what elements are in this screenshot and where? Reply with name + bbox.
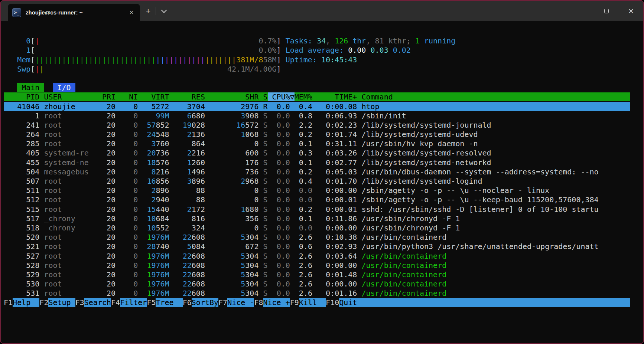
fkey-f2-label[interactable]: Setup bbox=[48, 298, 75, 307]
maximize-icon bbox=[604, 9, 609, 13]
tasks-summary: 34 bbox=[317, 36, 326, 45]
fkey-f3-label[interactable]: Search bbox=[84, 298, 111, 307]
mem-meter-text: 381M/8 bbox=[236, 55, 263, 64]
process-row-518[interactable]: 518 _chrony 20 0 10552 324 0 S 0.0 0.0 0… bbox=[4, 223, 643, 233]
window-controls: × bbox=[570, 1, 643, 21]
fkey-f8[interactable]: F8 bbox=[254, 298, 263, 307]
fkey-f6-label[interactable]: SortBy bbox=[192, 298, 218, 307]
column-header-ni[interactable]: NI bbox=[129, 92, 138, 101]
load-average-summary: Load average: bbox=[286, 46, 348, 55]
blank-line bbox=[4, 27, 643, 36]
tab-close-icon[interactable]: × bbox=[127, 9, 136, 17]
process-row-455[interactable]: 455 systemd-ne 20 0 18576 1260 176 S 0.0… bbox=[4, 158, 643, 167]
process-row-1[interactable]: 1 root 20 0 99M 6680 3908 S 0.0 0.8 0:06… bbox=[4, 111, 643, 121]
tasks-summary: , bbox=[326, 36, 335, 45]
fkey-f5[interactable]: F5 bbox=[147, 298, 156, 307]
terminal-tab[interactable]: >_ zhoujie@cs-runner: ~ × bbox=[8, 4, 140, 21]
mem-meter-text: 58M bbox=[263, 55, 276, 64]
blank-line bbox=[4, 74, 643, 83]
cpu0-meter-bars: | bbox=[35, 36, 39, 45]
process-row-507[interactable]: 507 root 20 0 16856 3896 2968 S 0.0 0.4 … bbox=[4, 177, 643, 186]
process-row-512[interactable]: 512 root 20 0 2940 88 0 S 0.0 0.0 0:00.0… bbox=[4, 195, 643, 204]
uptime-summary: Uptime: bbox=[286, 55, 321, 64]
fkey-f6[interactable]: F6 bbox=[183, 298, 192, 307]
fkey-f3[interactable]: F3 bbox=[75, 298, 84, 307]
tasks-summary: Tasks: bbox=[286, 36, 317, 45]
plus-icon: + bbox=[146, 6, 151, 16]
process-row-520[interactable]: 520 root 20 0 1976M 22608 5304 S 0.0 2.6… bbox=[4, 233, 643, 242]
column-header-state[interactable]: S bbox=[263, 92, 267, 101]
close-button[interactable]: × bbox=[619, 1, 643, 21]
column-header-user[interactable]: USER bbox=[44, 92, 62, 101]
table-header-row[interactable]: PID USER PRI NI VIRT RES SHR S CPU%▽MEM%… bbox=[4, 92, 643, 102]
tab-separator bbox=[156, 7, 156, 15]
column-header-shr[interactable]: SHR bbox=[245, 92, 258, 101]
process-row-515[interactable]: 515 root 20 0 15440 2172 1680 S 0.0 0.2 … bbox=[4, 205, 643, 214]
fkey-f1-label[interactable]: Help bbox=[13, 298, 39, 307]
process-row-241[interactable]: 241 root 20 0 57852 19028 16572 S 0.0 2.… bbox=[4, 121, 643, 130]
process-row-529[interactable]: 529 root 20 0 1976M 22608 5304 S 0.0 2.6… bbox=[4, 270, 643, 279]
mem-meter-bars: ||||||||||||||||||||||||||| bbox=[35, 55, 156, 64]
terminal-window: >_ zhoujie@cs-runner: ~ × + × bbox=[0, 0, 644, 344]
swap-meter-line: Swp[|| 42.1M/4.00G] bbox=[4, 65, 643, 74]
column-header-command[interactable]: Command bbox=[361, 92, 393, 101]
fkey-f4[interactable]: F4 bbox=[111, 298, 120, 307]
column-header-pri[interactable]: PRI bbox=[102, 92, 116, 101]
process-row-405[interactable]: 405 systemd-re 20 0 20736 2216 600 S 0.0… bbox=[4, 148, 643, 158]
fkey-f10-label[interactable]: Quit bbox=[339, 298, 366, 307]
fkey-f7[interactable]: F7 bbox=[218, 298, 227, 307]
fkey-f7-label[interactable]: Nice - bbox=[227, 298, 254, 307]
mem-meter-line: Mem[||||||||||||||||||||||||||||||||||||… bbox=[4, 55, 643, 65]
tasks-summary: 126 bbox=[335, 36, 348, 45]
close-icon: × bbox=[628, 7, 634, 15]
process-row-504[interactable]: 504 messagebus 20 0 8216 1496 736 S 0.0 … bbox=[4, 167, 643, 177]
process-row-527[interactable]: 527 root 20 0 1976M 22608 5304 S 0.0 2.6… bbox=[4, 252, 643, 261]
tasks-summary: thr bbox=[348, 36, 366, 45]
mem-meter-bars: ||||||| bbox=[205, 55, 236, 64]
process-row-521[interactable]: 521 root 20 0 28740 5084 672 S 0.0 0.6 0… bbox=[4, 242, 643, 251]
process-row-530[interactable]: 530 root 20 0 1976M 22608 5304 S 0.0 2.6… bbox=[4, 279, 643, 289]
fkey-f10[interactable]: F10 bbox=[326, 298, 339, 307]
fkey-f4-label[interactable]: Filter bbox=[120, 298, 147, 307]
column-header-cpu[interactable]: CPU% bbox=[272, 92, 290, 101]
minimize-button[interactable] bbox=[570, 1, 594, 21]
load-average-summary bbox=[388, 46, 393, 55]
sort-arrow-icon: ▽ bbox=[290, 92, 295, 101]
mem-meter: Mem bbox=[17, 55, 30, 64]
tasks-summary: running bbox=[420, 36, 455, 45]
process-row-511[interactable]: 511 root 20 0 2896 88 0 S 0.0 0.0 0:00.0… bbox=[4, 186, 643, 195]
fkey-f1[interactable]: F1 bbox=[4, 298, 13, 307]
column-header-mem[interactable]: MEM% bbox=[295, 92, 312, 101]
screen-tab-main[interactable]: Main bbox=[17, 83, 44, 92]
process-row-531[interactable]: 531 root 20 0 1976M 22608 5304 S 0.0 2.6… bbox=[4, 289, 643, 298]
tasks-summary: , 81 kthr; bbox=[366, 36, 415, 45]
column-header-time[interactable]: TIME+ bbox=[335, 92, 357, 101]
minimize-icon bbox=[580, 11, 585, 12]
process-row-41046[interactable]: 41046 zhoujie 20 0 5272 3704 2976 R 0.0 … bbox=[4, 102, 643, 111]
titlebar[interactable]: >_ zhoujie@cs-runner: ~ × + × bbox=[1, 1, 643, 21]
process-row-285[interactable]: 285 root 20 0 3760 864 0 S 0.0 0.1 0:31.… bbox=[4, 139, 643, 148]
column-header-virt[interactable]: VIRT bbox=[151, 92, 169, 101]
maximize-button[interactable] bbox=[594, 1, 619, 21]
screens-tab-line[interactable]: Main I/O bbox=[4, 83, 643, 92]
column-header-res[interactable]: RES bbox=[192, 92, 205, 101]
cpu1-meter: 1 bbox=[26, 46, 30, 55]
htop-screen[interactable]: 0[| 0.7%] Tasks: 34, 126 thr, 81 kthr; 1… bbox=[1, 22, 643, 343]
fkey-f9-label[interactable]: Kill bbox=[299, 298, 326, 307]
column-header-pid[interactable]: PID bbox=[26, 92, 39, 101]
screen-tab-io[interactable]: I/O bbox=[53, 83, 75, 92]
fkey-f9[interactable]: F9 bbox=[290, 298, 299, 307]
fkey-f8-label[interactable]: Nice + bbox=[263, 298, 290, 307]
process-row-264[interactable]: 264 root 20 0 24548 2136 1068 S 0.0 0.2 … bbox=[4, 130, 643, 139]
uptime-summary: 10:45:43 bbox=[321, 55, 357, 64]
chevron-down-icon bbox=[161, 7, 167, 13]
process-row-528[interactable]: 528 root 20 0 1976M 22608 5304 S 0.0 2.6… bbox=[4, 261, 643, 270]
fkey-f5-label[interactable]: Tree bbox=[156, 298, 182, 307]
tab-dropdown-button[interactable] bbox=[158, 6, 169, 17]
fkey-f2[interactable]: F2 bbox=[39, 298, 48, 307]
cpu0-meter-line: 0[| 0.7%] Tasks: 34, 126 thr, 81 kthr; 1… bbox=[4, 36, 643, 46]
process-row-517[interactable]: 517 _chrony 20 0 10684 816 356 S 0.0 0.1… bbox=[4, 214, 643, 223]
cpu0-meter: 0 bbox=[26, 36, 30, 45]
function-key-bar[interactable]: F1Help F2Setup F3SearchF4FilterF5Tree F6… bbox=[4, 298, 643, 307]
new-tab-button[interactable]: + bbox=[143, 6, 154, 17]
